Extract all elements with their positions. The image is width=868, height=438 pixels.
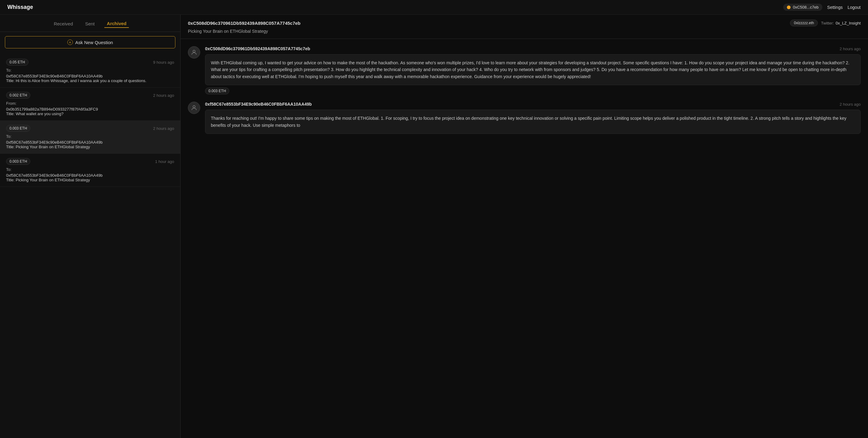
- time-text: 2 hours ago: [153, 93, 174, 98]
- msg-title: Title: What wallet are you using?: [6, 112, 174, 116]
- settings-button[interactable]: Settings: [827, 5, 843, 10]
- sidebar-tabs: Received Sent Archived: [0, 15, 180, 32]
- eth-badge: 0.003 ETH: [6, 158, 30, 165]
- eth-badge: 0.05 ETH: [6, 59, 28, 65]
- avatar: [188, 46, 200, 59]
- message-bubble: Thanks for reaching out! I'm happy to sh…: [205, 110, 861, 134]
- time-text: 9 hours ago: [153, 60, 174, 65]
- tab-sent[interactable]: Sent: [83, 20, 97, 28]
- time-text: 2 hours ago: [153, 126, 174, 131]
- right-address: 0xC508dD96c370961Db592439A898C057A7745c7…: [188, 21, 301, 26]
- wallet-address: 0xC508...c7eb: [793, 5, 819, 9]
- right-badges: 0xlzzzzz.eth Twitter: 0x_LZ_Insight: [790, 20, 861, 26]
- time-text: 1 hour ago: [155, 159, 174, 164]
- plus-icon: +: [67, 39, 73, 45]
- ask-new-button[interactable]: + Ask New Question: [5, 36, 175, 49]
- message-bubble: With ETHGlobal coming up, I wanted to ge…: [205, 54, 861, 85]
- right-panel: 0xC508dD96c370961Db592439A898C057A7745c7…: [181, 15, 868, 438]
- message-block: 0xf58C67e8553bF34E9c90eB46C0FBbF6AA10AA4…: [188, 102, 861, 137]
- list-item[interactable]: 0.003 ETH 1 hour ago To: 0xf58C67e8553bF…: [0, 154, 180, 187]
- twitter-label: Twitter:: [821, 21, 834, 25]
- direction-label: To:: [6, 167, 174, 172]
- wallet-badge[interactable]: 0xC508...c7eb: [783, 4, 823, 11]
- list-item[interactable]: 0.002 ETH 2 hours ago From: 0x0b351799a8…: [0, 88, 180, 121]
- direction-label: To:: [6, 68, 174, 72]
- eth-badge: 0.003 ETH: [205, 88, 229, 94]
- app-logo: Whissage: [7, 4, 33, 10]
- addr-value: 0xf58C67e8553bF34E9c90eB46C0FBbF6AA10AA4…: [6, 74, 174, 79]
- card-header: 0.05 ETH 9 hours ago: [6, 59, 174, 65]
- message-address: 0xf58C67e8553bF34E9c90eB46C0FBbF6AA10AA4…: [205, 102, 312, 107]
- message-header: 0xf58C67e8553bF34E9c90eB46C0FBbF6AA10AA4…: [205, 102, 861, 107]
- eth-badge: 0.002 ETH: [6, 92, 30, 99]
- ask-new-label: Ask New Question: [75, 40, 113, 45]
- sidebar: Received Sent Archived + Ask New Questio…: [0, 15, 181, 438]
- card-header: 0.003 ETH 1 hour ago: [6, 158, 174, 165]
- topnav: Whissage 0xC508...c7eb Settings Logout: [0, 0, 868, 15]
- message-time: 2 hours ago: [840, 47, 861, 51]
- eth-badge: 0.003 ETH: [6, 125, 30, 132]
- right-header: 0xC508dD96c370961Db592439A898C057A7745c7…: [181, 15, 868, 39]
- list-item[interactable]: 0.003 ETH 2 hours ago To: 0xf58C67e8553b…: [0, 121, 180, 154]
- direction-label: From:: [6, 101, 174, 106]
- msg-title: Title: Picking Your Brain on ETHGlobal S…: [6, 178, 174, 182]
- twitter-badge: Twitter: 0x_LZ_Insight: [821, 21, 861, 25]
- wallet-dot-icon: [787, 5, 790, 9]
- svg-point-1: [193, 106, 195, 108]
- message-content: 0xC508dD96c370961Db592439A898C057A7745c7…: [205, 46, 861, 93]
- messages-area: 0xC508dD96c370961Db592439A898C057A7745c7…: [181, 39, 868, 438]
- svg-point-0: [193, 50, 195, 52]
- nav-right: 0xC508...c7eb Settings Logout: [783, 4, 861, 11]
- card-header: 0.002 ETH 2 hours ago: [6, 92, 174, 99]
- avatar: [188, 102, 200, 114]
- ens-badge: 0xlzzzzz.eth: [790, 20, 818, 26]
- direction-label: To:: [6, 134, 174, 139]
- tab-received[interactable]: Received: [52, 20, 75, 28]
- sidebar-list: 0.05 ETH 9 hours ago To: 0xf58C67e8553bF…: [0, 52, 180, 438]
- message-header: 0xC508dD96c370961Db592439A898C057A7745c7…: [205, 46, 861, 51]
- tab-archived[interactable]: Archived: [104, 20, 129, 28]
- message-address: 0xC508dD96c370961Db592439A898C057A7745c7…: [205, 46, 310, 51]
- list-item[interactable]: 0.05 ETH 9 hours ago To: 0xf58C67e8553bF…: [0, 55, 180, 88]
- message-block: 0xC508dD96c370961Db592439A898C057A7745c7…: [188, 46, 861, 93]
- msg-title: Title: Hi this is Alice from Whissage, a…: [6, 79, 174, 83]
- message-content: 0xf58C67e8553bF34E9c90eB46C0FBbF6AA10AA4…: [205, 102, 861, 137]
- msg-title: Title: Picking Your Brain on ETHGlobal S…: [6, 145, 174, 149]
- main-layout: Received Sent Archived + Ask New Questio…: [0, 15, 868, 438]
- addr-value: 0xf58C67e8553bF34E9c90eB46C0FBbF6AA10AA4…: [6, 140, 174, 145]
- addr-value: 0xf58C67e8553bF34E9c90eB46C0FBbF6AA10AA4…: [6, 173, 174, 178]
- twitter-handle[interactable]: 0x_LZ_Insight: [836, 21, 861, 25]
- addr-value: 0x0b351799a882a7B894eD0933277f87fA6f3a3F…: [6, 107, 174, 112]
- card-header: 0.003 ETH 2 hours ago: [6, 125, 174, 132]
- message-time: 2 hours ago: [840, 102, 861, 107]
- right-title: Picking Your Brain on ETHGlobal Strategy: [188, 29, 861, 34]
- logout-button[interactable]: Logout: [847, 5, 861, 10]
- right-header-top: 0xC508dD96c370961Db592439A898C057A7745c7…: [188, 20, 861, 26]
